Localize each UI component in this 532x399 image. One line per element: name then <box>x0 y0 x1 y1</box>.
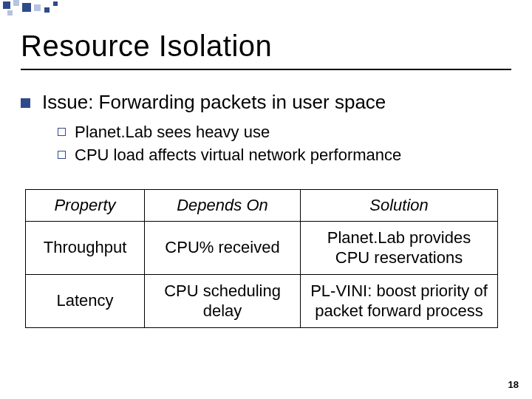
square-bullet-icon <box>21 98 30 108</box>
issue-text: Issue: Forwarding packets in user space <box>42 91 386 114</box>
cell-depends-0: CPU% received <box>145 221 301 274</box>
sub-text-1: CPU load affects virtual network perform… <box>75 144 401 167</box>
cell-solution-1: PL-VINI: boost priority of packet forwar… <box>301 274 498 327</box>
th-depends: Depends On <box>145 189 301 221</box>
th-property: Property <box>26 189 145 221</box>
cell-property-0: Throughput <box>26 221 145 274</box>
table-header-row: Property Depends On Solution <box>26 189 498 221</box>
cell-depends-1: CPU scheduling delay <box>145 274 301 327</box>
bullet-level1: Issue: Forwarding packets in user space <box>21 91 511 114</box>
title-rule <box>21 69 511 70</box>
table-row: Throughput CPU% received Planet.Lab prov… <box>26 221 498 274</box>
table-row: Latency CPU scheduling delay PL-VINI: bo… <box>26 274 498 327</box>
cell-property-1: Latency <box>26 274 145 327</box>
th-solution: Solution <box>301 189 498 221</box>
isolation-table: Property Depends On Solution Throughput … <box>25 189 498 328</box>
cell-solution-0: Planet.Lab provides CPU reservations <box>301 221 498 274</box>
bullet-level2: Planet.Lab sees heavy use <box>58 121 511 144</box>
page-number: 18 <box>508 379 519 390</box>
bullet-level2: CPU load affects virtual network perform… <box>58 144 511 167</box>
hollow-square-bullet-icon <box>58 128 66 136</box>
hollow-square-bullet-icon <box>58 151 66 159</box>
slide-title: Resource Isolation <box>21 30 511 63</box>
sub-text-0: Planet.Lab sees heavy use <box>75 121 270 144</box>
slide-content: Resource Isolation Issue: Forwarding pac… <box>21 30 511 328</box>
sub-bullets: Planet.Lab sees heavy use CPU load affec… <box>58 121 511 167</box>
corner-decoration <box>0 0 148 18</box>
